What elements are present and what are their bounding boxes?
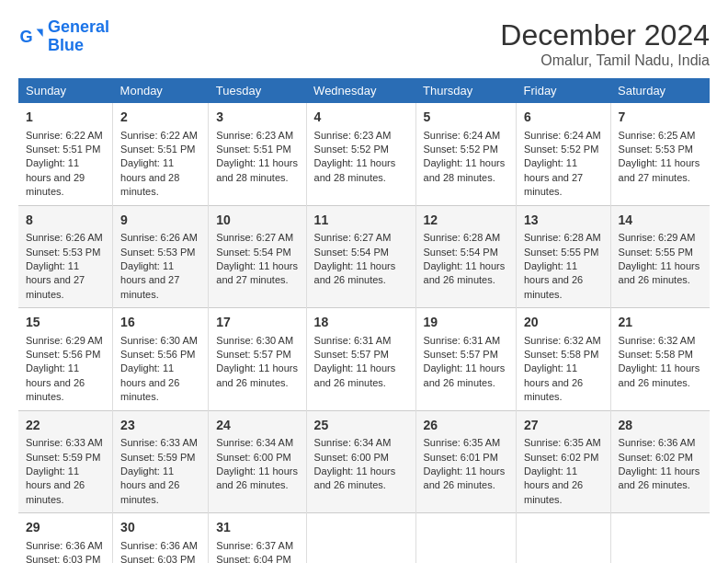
calendar-cell: 3Sunrise: 6:23 AMSunset: 5:51 PMDaylight… xyxy=(209,103,306,205)
calendar-cell xyxy=(610,513,710,563)
day-number: 10 xyxy=(216,212,298,230)
calendar-cell: 5Sunrise: 6:24 AMSunset: 5:52 PMDaylight… xyxy=(415,103,516,205)
sunrise-text: Sunrise: 6:25 AM xyxy=(619,130,696,141)
day-number: 2 xyxy=(120,109,200,127)
daylight-text: Daylight: 11 hours and 26 minutes. xyxy=(619,260,700,285)
sunset-text: Sunset: 5:53 PM xyxy=(26,247,100,258)
sunrise-text: Sunrise: 6:36 AM xyxy=(120,540,198,551)
sunset-text: Sunset: 5:58 PM xyxy=(524,349,598,360)
calendar-cell: 22Sunrise: 6:33 AMSunset: 5:59 PMDayligh… xyxy=(18,410,113,513)
sunset-text: Sunset: 5:52 PM xyxy=(524,144,598,155)
sunset-text: Sunset: 6:03 PM xyxy=(26,554,100,563)
day-number: 30 xyxy=(120,519,200,537)
week-row-5: 29Sunrise: 6:36 AMSunset: 6:03 PMDayligh… xyxy=(18,513,710,563)
daylight-text: Daylight: 11 hours and 27 minutes. xyxy=(216,260,298,285)
title-section: December 2024 Omalur, Tamil Nadu, India xyxy=(500,18,710,69)
day-number: 29 xyxy=(26,519,105,537)
day-number: 22 xyxy=(26,417,105,435)
week-row-3: 15Sunrise: 6:29 AMSunset: 5:56 PMDayligh… xyxy=(18,308,710,411)
calendar-cell: 26Sunrise: 6:35 AMSunset: 6:01 PMDayligh… xyxy=(415,410,516,513)
sunrise-text: Sunrise: 6:33 AM xyxy=(120,437,198,448)
day-number: 20 xyxy=(524,314,603,332)
calendar-cell xyxy=(415,513,516,563)
daylight-text: Daylight: 11 hours and 28 minutes. xyxy=(216,157,298,182)
sunset-text: Sunset: 5:53 PM xyxy=(619,144,693,155)
sunrise-text: Sunrise: 6:28 AM xyxy=(424,232,501,243)
day-number: 5 xyxy=(424,109,508,127)
calendar-cell: 10Sunrise: 6:27 AMSunset: 5:54 PMDayligh… xyxy=(209,205,306,308)
calendar-cell: 11Sunrise: 6:27 AMSunset: 5:54 PMDayligh… xyxy=(306,205,415,308)
daylight-text: Daylight: 11 hours and 26 minutes. xyxy=(424,362,506,387)
day-number: 31 xyxy=(216,519,298,537)
sunset-text: Sunset: 5:59 PM xyxy=(120,452,195,463)
sunset-text: Sunset: 5:58 PM xyxy=(619,349,693,360)
sunrise-text: Sunrise: 6:30 AM xyxy=(120,335,198,346)
daylight-text: Daylight: 11 hours and 26 minutes. xyxy=(619,362,700,387)
calendar-cell: 7Sunrise: 6:25 AMSunset: 5:53 PMDaylight… xyxy=(610,103,710,205)
day-number: 3 xyxy=(216,109,298,127)
sunrise-text: Sunrise: 6:27 AM xyxy=(216,232,293,243)
sunrise-text: Sunrise: 6:36 AM xyxy=(619,437,696,448)
daylight-text: Daylight: 11 hours and 26 minutes. xyxy=(216,362,298,387)
daylight-text: Daylight: 11 hours and 26 minutes. xyxy=(314,465,396,490)
daylight-text: Daylight: 11 hours and 26 minutes. xyxy=(524,362,583,402)
daylight-text: Daylight: 11 hours and 27 minutes. xyxy=(524,157,583,197)
week-row-2: 8Sunrise: 6:26 AMSunset: 5:53 PMDaylight… xyxy=(18,205,710,308)
sunrise-text: Sunrise: 6:32 AM xyxy=(524,335,601,346)
calendar-cell: 29Sunrise: 6:36 AMSunset: 6:03 PMDayligh… xyxy=(18,513,113,563)
header-day-sunday: Sunday xyxy=(18,78,113,103)
sunset-text: Sunset: 5:51 PM xyxy=(26,144,100,155)
sunset-text: Sunset: 6:03 PM xyxy=(120,554,195,563)
day-number: 7 xyxy=(619,109,702,127)
sunset-text: Sunset: 6:02 PM xyxy=(619,452,693,463)
calendar-cell: 14Sunrise: 6:29 AMSunset: 5:55 PMDayligh… xyxy=(610,205,710,308)
day-number: 18 xyxy=(314,314,408,332)
sunset-text: Sunset: 5:57 PM xyxy=(314,349,389,360)
sunset-text: Sunset: 5:52 PM xyxy=(314,144,389,155)
svg-marker-1 xyxy=(37,29,43,36)
calendar-cell: 4Sunrise: 6:23 AMSunset: 5:52 PMDaylight… xyxy=(306,103,415,205)
calendar-cell: 2Sunrise: 6:22 AMSunset: 5:51 PMDaylight… xyxy=(113,103,209,205)
day-number: 17 xyxy=(216,314,298,332)
day-number: 27 xyxy=(524,417,603,435)
daylight-text: Daylight: 11 hours and 26 minutes. xyxy=(120,465,179,505)
calendar-cell: 31Sunrise: 6:37 AMSunset: 6:04 PMDayligh… xyxy=(209,513,306,563)
calendar-cell xyxy=(306,513,415,563)
calendar-cell: 18Sunrise: 6:31 AMSunset: 5:57 PMDayligh… xyxy=(306,308,415,411)
header: G General Blue December 2024 Omalur, Tam… xyxy=(18,18,710,69)
sunrise-text: Sunrise: 6:36 AM xyxy=(26,540,103,551)
sunset-text: Sunset: 6:02 PM xyxy=(524,452,598,463)
sunset-text: Sunset: 5:56 PM xyxy=(26,349,100,360)
daylight-text: Daylight: 11 hours and 27 minutes. xyxy=(120,260,179,300)
sunset-text: Sunset: 5:54 PM xyxy=(424,247,498,258)
header-day-friday: Friday xyxy=(517,78,611,103)
sunrise-text: Sunrise: 6:26 AM xyxy=(26,232,103,243)
header-day-wednesday: Wednesday xyxy=(306,78,415,103)
logo-text: General Blue xyxy=(48,18,109,55)
sunrise-text: Sunrise: 6:22 AM xyxy=(120,130,198,141)
day-number: 26 xyxy=(424,417,508,435)
daylight-text: Daylight: 11 hours and 26 minutes. xyxy=(619,465,700,490)
calendar-cell: 1Sunrise: 6:22 AMSunset: 5:51 PMDaylight… xyxy=(18,103,113,205)
sunrise-text: Sunrise: 6:23 AM xyxy=(216,130,293,141)
sunset-text: Sunset: 6:04 PM xyxy=(216,554,290,563)
calendar-cell: 21Sunrise: 6:32 AMSunset: 5:58 PMDayligh… xyxy=(610,308,710,411)
day-number: 24 xyxy=(216,417,298,435)
sunrise-text: Sunrise: 6:34 AM xyxy=(314,437,392,448)
sunrise-text: Sunrise: 6:26 AM xyxy=(120,232,198,243)
sunset-text: Sunset: 5:57 PM xyxy=(216,349,290,360)
header-row: SundayMondayTuesdayWednesdayThursdayFrid… xyxy=(18,78,710,103)
daylight-text: Daylight: 11 hours and 26 minutes. xyxy=(120,362,179,402)
day-number: 6 xyxy=(524,109,603,127)
calendar-table: SundayMondayTuesdayWednesdayThursdayFrid… xyxy=(18,78,710,563)
day-number: 19 xyxy=(424,314,508,332)
calendar-cell: 25Sunrise: 6:34 AMSunset: 6:00 PMDayligh… xyxy=(306,410,415,513)
sunset-text: Sunset: 5:53 PM xyxy=(120,247,195,258)
calendar-cell: 15Sunrise: 6:29 AMSunset: 5:56 PMDayligh… xyxy=(18,308,113,411)
daylight-text: Daylight: 11 hours and 26 minutes. xyxy=(26,465,85,505)
header-day-tuesday: Tuesday xyxy=(209,78,306,103)
calendar-cell: 13Sunrise: 6:28 AMSunset: 5:55 PMDayligh… xyxy=(517,205,611,308)
sunrise-text: Sunrise: 6:31 AM xyxy=(424,335,501,346)
calendar-cell: 23Sunrise: 6:33 AMSunset: 5:59 PMDayligh… xyxy=(113,410,209,513)
sunset-text: Sunset: 5:59 PM xyxy=(26,452,100,463)
